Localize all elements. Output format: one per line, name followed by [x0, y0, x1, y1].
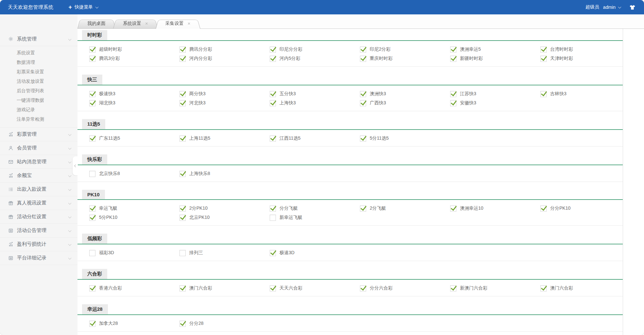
lottery-item-极速快3[interactable]: 极速快3	[89, 89, 179, 98]
sidebar-item-真人视讯设置[interactable]: 真人视讯设置	[0, 196, 77, 210]
close-icon[interactable]: ×	[188, 21, 191, 26]
lottery-item-腾讯3分彩[interactable]: 腾讯3分彩	[89, 54, 179, 63]
checkbox-checked[interactable]	[270, 135, 276, 142]
lottery-item-湖北快3[interactable]: 湖北快3	[89, 98, 179, 108]
checkbox-checked[interactable]	[179, 321, 186, 327]
sidebar-item-彩票管理[interactable]: 彩票管理	[0, 127, 77, 141]
lottery-item-排列三[interactable]: 排列三	[179, 248, 270, 257]
lottery-item-2分飞艇[interactable]: 2分飞艇	[360, 204, 450, 213]
sidebar-subitem-活动发放设置[interactable]: 活动发放设置	[0, 77, 77, 86]
lottery-item-河内5分彩[interactable]: 河内5分彩	[270, 54, 360, 63]
lottery-item-上海快乐8[interactable]: 上海快乐8	[179, 169, 270, 178]
lottery-item-新疆时时彩[interactable]: 新疆时时彩	[450, 54, 540, 63]
lottery-item-2分PK10[interactable]: 2分PK10	[179, 204, 270, 213]
lottery-item-吉林快3[interactable]: 吉林快3	[540, 89, 623, 98]
lottery-item-澳门六合彩[interactable]: 澳门六合彩	[179, 284, 270, 293]
lottery-item-天天六合彩[interactable]: 天天六合彩	[270, 284, 360, 293]
lottery-item-河内分分彩[interactable]: 河内分分彩	[179, 54, 270, 63]
sidebar-subitem-后台管理列表[interactable]: 后台管理列表	[0, 86, 77, 96]
sidebar-subitem-彩票采集设置[interactable]: 彩票采集设置	[0, 67, 77, 77]
checkbox-checked[interactable]	[89, 56, 95, 62]
checkbox-checked[interactable]	[450, 46, 456, 53]
lottery-item-澳洲幸运5[interactable]: 澳洲幸运5	[450, 45, 540, 54]
checkbox-checked[interactable]	[179, 46, 186, 53]
sidebar-item-活动公告管理[interactable]: 活动公告管理	[0, 223, 77, 237]
checkbox-checked[interactable]	[179, 100, 186, 106]
lottery-item-广东11选5[interactable]: 广东11选5	[89, 134, 179, 143]
checkbox-checked[interactable]	[179, 135, 186, 142]
lottery-item-安徽快3[interactable]: 安徽快3	[450, 98, 540, 108]
checkbox-checked[interactable]	[270, 285, 276, 291]
checkbox-checked[interactable]	[89, 135, 95, 142]
sidebar-subitem-数据清理[interactable]: 数据清理	[0, 58, 77, 67]
checkbox-checked[interactable]	[270, 46, 276, 53]
sidebar-item-平台详细记录[interactable]: 平台详细记录	[0, 251, 77, 265]
checkbox-checked[interactable]	[360, 205, 366, 212]
quick-menu-button[interactable]: + 快捷菜单	[69, 4, 98, 10]
user-menu-button[interactable]: 超级员 admin	[585, 4, 621, 10]
lottery-item-超级时时彩[interactable]: 超级时时彩	[89, 45, 179, 54]
checkbox-checked[interactable]	[89, 285, 95, 291]
checkbox-checked[interactable]	[179, 215, 186, 221]
lottery-item-重庆时时彩[interactable]: 重庆时时彩	[360, 54, 450, 63]
sidebar-subitem-游戏记录[interactable]: 游戏记录	[0, 105, 77, 115]
checkbox-checked[interactable]	[179, 56, 186, 62]
checkbox-checked[interactable]	[360, 46, 366, 53]
lottery-item-两分快3[interactable]: 两分快3	[179, 89, 270, 98]
sidebar-item-盈利亏损统计[interactable]: 盈利亏损统计	[0, 237, 77, 251]
lottery-item-印尼2分彩[interactable]: 印尼2分彩	[360, 45, 450, 54]
checkbox-checked[interactable]	[89, 215, 95, 221]
checkbox-checked[interactable]	[89, 100, 95, 106]
checkbox-checked[interactable]	[179, 285, 186, 291]
tshirt-icon[interactable]	[629, 5, 636, 10]
checkbox-checked[interactable]	[540, 91, 547, 97]
tab-采集设置[interactable]: 采集设置 ×	[156, 18, 200, 28]
sidebar-subitem-系统设置[interactable]: 系统设置	[0, 48, 77, 58]
checkbox-checked[interactable]	[270, 100, 276, 106]
checkbox-checked[interactable]	[270, 205, 276, 212]
sidebar-item-会员管理[interactable]: 会员管理	[0, 141, 77, 155]
lottery-item-加拿大28[interactable]: 加拿大28	[89, 319, 179, 328]
checkbox-checked[interactable]	[450, 91, 456, 97]
close-icon[interactable]: ×	[145, 21, 148, 26]
checkbox-checked[interactable]	[540, 205, 547, 212]
checkbox-unchecked[interactable]	[89, 250, 95, 256]
lottery-item-广西快3[interactable]: 广西快3	[360, 98, 450, 108]
checkbox-checked[interactable]	[179, 171, 186, 177]
sidebar-item-余额宝[interactable]: 余额宝	[0, 168, 77, 182]
lottery-item-幸运飞艇[interactable]: 幸运飞艇	[89, 204, 179, 213]
sidebar-item-出款入款设置[interactable]: 出款入款设置	[0, 182, 77, 196]
checkbox-checked[interactable]	[540, 56, 547, 62]
checkbox-checked[interactable]	[450, 285, 456, 291]
checkbox-checked[interactable]	[270, 250, 276, 256]
sidebar-item-系统管理[interactable]: 系统管理	[0, 32, 77, 46]
tab-我的桌面[interactable]: 我的桌面	[77, 18, 115, 28]
checkbox-checked[interactable]	[360, 285, 366, 291]
checkbox-checked[interactable]	[179, 91, 186, 97]
lottery-item-上海快3[interactable]: 上海快3	[270, 98, 360, 108]
lottery-item-极速3D[interactable]: 极速3D	[270, 248, 360, 257]
checkbox-unchecked[interactable]	[179, 250, 186, 256]
lottery-item-分分PK10[interactable]: 分分PK10	[540, 204, 623, 213]
checkbox-unchecked[interactable]	[89, 171, 95, 177]
checkbox-checked[interactable]	[450, 100, 456, 106]
lottery-item-腾讯分分彩[interactable]: 腾讯分分彩	[179, 45, 270, 54]
lottery-item-澳洲幸运10[interactable]: 澳洲幸运10	[450, 204, 540, 213]
lottery-item-印尼分分彩[interactable]: 印尼分分彩	[270, 45, 360, 54]
lottery-item-北京快乐8[interactable]: 北京快乐8	[89, 169, 179, 178]
checkbox-checked[interactable]	[89, 91, 95, 97]
checkbox-checked[interactable]	[270, 56, 276, 62]
checkbox-checked[interactable]	[360, 56, 366, 62]
lottery-item-天津时时彩[interactable]: 天津时时彩	[540, 54, 623, 63]
lottery-item-5分PK10[interactable]: 5分PK10	[89, 213, 179, 222]
tab-系统设置[interactable]: 系统设置 ×	[113, 18, 158, 28]
checkbox-checked[interactable]	[450, 56, 456, 62]
sidebar-collapse-handle[interactable]	[73, 156, 78, 175]
checkbox-checked[interactable]	[360, 91, 366, 97]
lottery-item-江西11选5[interactable]: 江西11选5	[270, 134, 360, 143]
sidebar-item-站内消息管理[interactable]: 站内消息管理	[0, 155, 77, 168]
lottery-item-台湾时时彩[interactable]: 台湾时时彩	[540, 45, 623, 54]
checkbox-checked[interactable]	[89, 321, 95, 327]
checkbox-unchecked[interactable]	[270, 215, 276, 221]
checkbox-checked[interactable]	[179, 205, 186, 212]
